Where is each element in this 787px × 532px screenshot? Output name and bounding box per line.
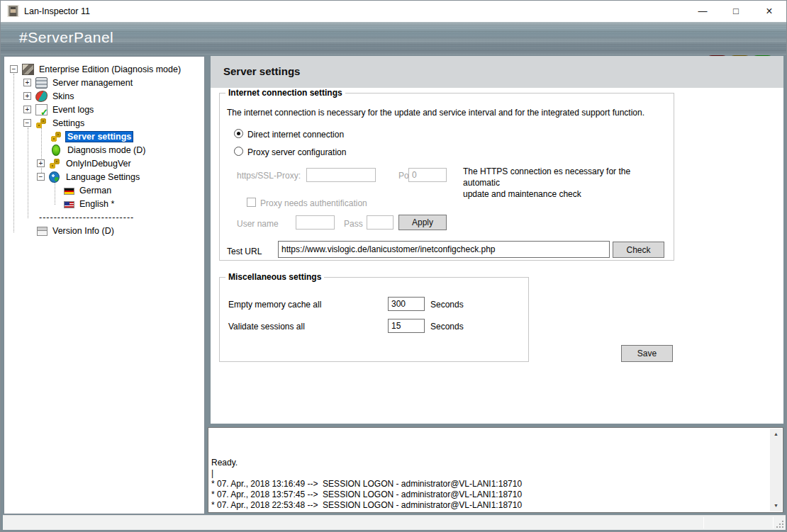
sessions-input[interactable] [388, 319, 425, 333]
apply-button[interactable]: Apply [398, 215, 447, 230]
cache-input[interactable] [388, 297, 425, 311]
tree-item-onlyindebugver[interactable]: +OnlyInDebugVer [4, 157, 204, 170]
app-logo-icon [7, 5, 19, 17]
log-line: * 07. Apr., 2018 22:53:48 --> SESSION LO… [211, 500, 769, 511]
tree-item-diagnosis-mode-d[interactable]: Diagnosis mode (D) [4, 143, 204, 157]
pass-label: Pass [344, 219, 363, 229]
expander-plus-icon[interactable]: + [23, 92, 31, 100]
statusbar-divider [703, 517, 704, 528]
tree-item-label: Language Settings [64, 171, 142, 183]
tree-item-enterprise-edition-diagnosis-mode[interactable]: −Enterprise Edition (Diagnosis mode) [4, 62, 204, 76]
log-panel: Ready.|* 07. Apr., 2018 13:16:49 --> SES… [208, 427, 783, 513]
server-management-icon [35, 77, 48, 89]
direct-connection-radio[interactable] [234, 129, 243, 138]
https-note-line1: The HTTPS connection es necessary for th… [463, 166, 669, 188]
maximize-button[interactable]: □ [725, 1, 747, 22]
tree-item-label: Server settings [65, 131, 133, 142]
check-button[interactable]: Check [613, 242, 664, 258]
gears-icon [49, 158, 61, 169]
close-button[interactable]: × [759, 1, 780, 22]
groupbox-title: Miscellaneous settings [225, 272, 324, 282]
tree-item-settings[interactable]: −Settings [4, 116, 204, 130]
tree-item-label: Event logs [50, 104, 96, 115]
version-info-icon [37, 227, 48, 236]
test-url-input[interactable] [278, 241, 610, 258]
scroll-up-icon[interactable]: ▲ [770, 429, 782, 440]
server-panel-header: #ServerPanel UpdateStart serverStop serv… [1, 22, 786, 55]
enterprise-icon [22, 64, 34, 75]
tree-item-label: Server management [50, 77, 135, 89]
page-title: Server settings [223, 65, 300, 77]
sessions-unit-label: Seconds [430, 322, 464, 332]
globe-icon [49, 171, 60, 183]
tree-item-label: Skins [50, 91, 77, 102]
tree-item-german[interactable]: German [4, 183, 204, 197]
status-bar [3, 515, 786, 530]
tree-item-label: English * [77, 198, 116, 210]
expander-minus-icon[interactable]: − [23, 119, 31, 127]
navigation-tree: −Enterprise Edition (Diagnosis mode)+Ser… [4, 57, 204, 237]
gears-icon [35, 118, 48, 129]
tree-item-english[interactable]: English * [4, 197, 204, 210]
event-logs-icon [35, 104, 48, 115]
log-line: * 07. Apr., 2018 13:57:45 --> SESSION LO… [211, 489, 769, 500]
panel-section-header: Server settings [211, 56, 783, 88]
save-button[interactable]: Save [621, 345, 673, 362]
tree-item-language-settings[interactable]: −Language Settings [4, 170, 204, 183]
log-line: Wrong password, logon failed: administra… [211, 511, 769, 512]
navigation-tree-panel: −Enterprise Edition (Diagnosis mode)+Ser… [4, 56, 205, 514]
tree-item-server-settings[interactable]: Server settings [4, 130, 204, 143]
username-input[interactable] [296, 215, 335, 230]
skins-icon [35, 91, 48, 102]
expander-minus-icon[interactable]: − [37, 173, 45, 181]
window-title: Lan-Inspector 11 [24, 6, 90, 16]
tree-item-version-info-d[interactable]: Version Info (D) [4, 224, 204, 237]
proxy-configuration-radio[interactable] [234, 147, 243, 156]
proxy-port-input[interactable] [408, 168, 447, 182]
panel-title: #ServerPanel [19, 29, 113, 46]
internet-connection-groupbox: Internet connection settings The interne… [219, 93, 674, 261]
direct-connection-label: Direct internet connection [247, 130, 344, 140]
tree-item-[interactable]: -------------------------- [4, 210, 204, 224]
bug-icon [52, 145, 60, 156]
proxy-auth-label: Proxy needs authentification [260, 198, 367, 208]
proxy-auth-checkbox[interactable] [247, 198, 256, 207]
test-url-label: Test URL [227, 247, 262, 256]
log-output: Ready.|* 07. Apr., 2018 13:16:49 --> SES… [211, 436, 769, 512]
server-settings-panel: Server settings Internet connection sett… [211, 56, 783, 424]
proxy-configuration-label: Proxy server configuration [247, 147, 346, 157]
log-line: | [211, 468, 769, 479]
tree-item-server-management[interactable]: +Server management [4, 76, 204, 89]
tree-item-label: OnlyInDebugVer [64, 158, 133, 169]
scroll-down-icon[interactable]: ▼ [770, 500, 782, 511]
miscellaneous-groupbox: Miscellaneous settings Empty memory cach… [219, 277, 529, 362]
tree-item-label: Settings [50, 118, 86, 129]
log-scrollbar[interactable]: ▲ ▼ [770, 429, 782, 511]
pass-input[interactable] [367, 215, 394, 230]
expander-plus-icon[interactable]: + [37, 159, 45, 167]
resize-grip[interactable] [776, 520, 783, 528]
tree-item-skins[interactable]: +Skins [4, 89, 204, 103]
log-line: Ready. [211, 458, 769, 468]
cache-label: Empty memory cache all [228, 300, 321, 310]
sessions-label: Validate sessions all [228, 322, 305, 332]
https-note: The HTTPS connection es necessary for th… [463, 166, 669, 200]
expander-plus-icon[interactable]: + [23, 106, 31, 113]
gears-icon [50, 131, 62, 142]
minimize-button[interactable]: — [692, 1, 713, 22]
expander-minus-icon[interactable]: − [10, 65, 18, 73]
statusbar-divider [773, 517, 774, 528]
flag-us-icon [64, 201, 74, 208]
tree-item-label: German [77, 185, 113, 196]
tree-item-label: -------------------------- [37, 212, 136, 223]
title-bar: Lan-Inspector 11 — □ × [1, 1, 786, 22]
app-window: Lan-Inspector 11 — □ × #ServerPanel Upda… [0, 0, 787, 532]
proxy-host-input[interactable] [306, 168, 376, 182]
tree-item-event-logs[interactable]: +Event logs [4, 103, 204, 116]
username-label: User name [237, 219, 279, 229]
flag-germany-icon [64, 188, 74, 195]
tree-item-label: Diagnosis mode (D) [65, 145, 147, 156]
expander-plus-icon[interactable]: + [23, 79, 31, 86]
groupbox-title: Internet connection settings [225, 88, 345, 98]
internet-description: The internet connection is necessary for… [227, 108, 644, 118]
